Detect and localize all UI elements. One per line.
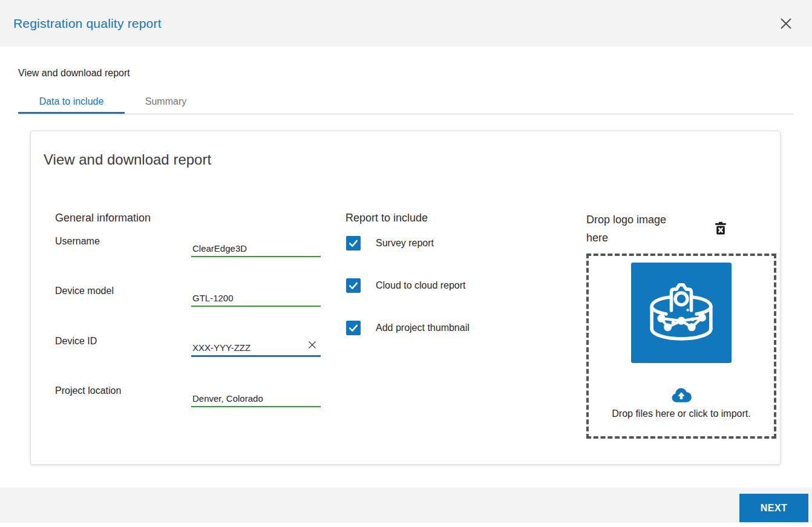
tab-bar: Data to include Summary	[18, 89, 207, 114]
tab-summary[interactable]: Summary	[125, 89, 207, 114]
survey-report-label: Survey report	[376, 238, 434, 249]
dropzone-text: Drop files here or click to import.	[589, 408, 774, 419]
cloud-upload-icon	[670, 387, 692, 403]
username-label: Username	[55, 236, 100, 247]
footer-bar	[0, 488, 812, 523]
project-location-label: Project location	[55, 385, 121, 396]
next-button[interactable]: NEXT	[739, 494, 808, 522]
tab-data-to-include[interactable]: Data to include	[18, 89, 125, 114]
general-information-heading: General information	[55, 212, 151, 224]
checkbox-add-project-thumbnail[interactable]	[346, 321, 361, 335]
card-title: View and download report	[44, 151, 211, 168]
dialog-title: Registration quality report	[13, 0, 162, 47]
device-id-label: Device ID	[55, 336, 97, 347]
checkbox-cloud-to-cloud-report[interactable]	[346, 278, 361, 293]
device-model-value: GTL-1200	[192, 293, 234, 303]
checkbox-survey-report[interactable]	[346, 236, 361, 250]
username-input[interactable]: ClearEdge3D	[191, 238, 321, 257]
trash-delete-icon[interactable]	[713, 221, 728, 235]
username-value: ClearEdge3D	[192, 243, 247, 254]
device-id-input[interactable]: XXX-YYY-ZZZ	[191, 336, 321, 357]
tab-divider	[18, 114, 794, 114]
project-location-value: Denver, Colorado	[192, 393, 263, 404]
dialog-header: Registration quality report	[0, 0, 812, 47]
clear-field-icon[interactable]	[307, 340, 317, 350]
registration-quality-report-dialog: Registration quality report View and dow…	[0, 0, 812, 527]
drop-logo-heading: Drop logo image here	[586, 211, 689, 247]
section-subtitle: View and download report	[18, 68, 130, 79]
report-to-include-heading: Report to include	[345, 212, 428, 224]
project-location-input[interactable]: Denver, Colorado	[191, 388, 321, 407]
cloud-to-cloud-report-label: Cloud to cloud report	[376, 280, 466, 291]
device-model-label: Device model	[55, 286, 114, 296]
device-model-input[interactable]: GTL-1200	[191, 287, 321, 307]
device-id-value: XXX-YYY-ZZZ	[192, 342, 250, 353]
report-settings-card: View and download report General informa…	[30, 131, 781, 465]
add-project-thumbnail-label: Add project thumbnail	[376, 322, 470, 333]
logo-dropzone[interactable]: Drop files here or click to import.	[586, 254, 776, 439]
laser-scanner-logo	[631, 263, 732, 363]
close-icon[interactable]	[778, 16, 794, 31]
